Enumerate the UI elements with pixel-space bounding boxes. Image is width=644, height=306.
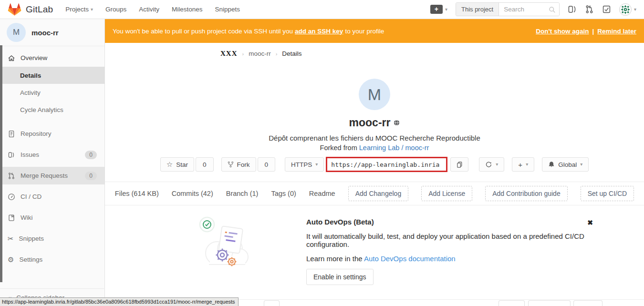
project-avatar-small: M — [7, 23, 26, 42]
plus-icon: + — [430, 5, 443, 14]
add-ssh-key-link[interactable]: add an SSH key — [295, 28, 343, 35]
sidebar-group-overview: Overview Details Activity Cycle Analytic… — [0, 49, 104, 118]
sidebar-item-issues[interactable]: Issues 0 — [0, 146, 104, 163]
chevron-down-icon: ▾ — [91, 7, 93, 12]
auto-devops-learn-more: Learn more in the Auto DevOps documentat… — [306, 255, 587, 263]
fork-count[interactable]: 0 — [258, 157, 276, 172]
nav-milestones[interactable]: Milestones — [172, 6, 203, 13]
gitlab-logo-text: GitLab — [26, 4, 53, 15]
sidebar-project-link[interactable]: M mooc-rr — [0, 19, 104, 46]
sidebar-item-settings[interactable]: ⚙ Settings — [0, 251, 104, 268]
clone-url-highlight — [326, 157, 447, 172]
notification-dropdown[interactable]: Global ▾ — [542, 157, 589, 172]
star-button[interactable]: ☆ Star — [160, 157, 194, 172]
download-dropdown[interactable]: ▾ — [479, 157, 504, 172]
sidebar-item-details[interactable]: Details — [0, 67, 104, 84]
document-icon — [8, 130, 15, 138]
readme-link[interactable]: Readme — [309, 190, 335, 197]
auto-devops-doc-link[interactable]: Auto DevOps documentation — [364, 255, 456, 263]
nav-groups[interactable]: Groups — [105, 6, 126, 13]
chevron-down-icon: ▾ — [634, 7, 636, 12]
project-stats-bar: Files (614 KB) Commits (42) Branch (1) T… — [105, 182, 644, 205]
fork-icon — [228, 161, 234, 168]
gitlab-logo[interactable]: GitLab — [8, 3, 53, 16]
issues-icon[interactable] — [568, 5, 577, 14]
sidebar-item-ci-cd[interactable]: CI / CD — [0, 188, 104, 205]
clone-url-input[interactable] — [327, 158, 446, 171]
sidebar-item-cycle-analytics[interactable]: Cycle Analytics — [0, 101, 104, 118]
top-navbar: GitLab Projects ▾ Groups Activity Milest… — [0, 0, 644, 19]
merge-requests-icon[interactable] — [585, 5, 594, 14]
commits-link[interactable]: Commits (42) — [172, 190, 213, 197]
user-menu[interactable]: ▾ — [619, 3, 636, 16]
branch-link[interactable]: Branch (1) — [226, 190, 259, 197]
ssh-banner-actions: Don't show again | Remind later — [536, 28, 636, 35]
chevron-right-icon: › — [242, 51, 244, 57]
add-dropdown[interactable]: + ▾ — [512, 157, 534, 172]
merge-requests-count-badge: 0 — [85, 172, 97, 180]
chevron-down-icon: ▾ — [445, 7, 447, 12]
sidebar-item-wiki[interactable]: Wiki — [0, 209, 104, 226]
files-link[interactable]: Files (614 KB) — [115, 190, 159, 197]
cutoff-button[interactable] — [528, 300, 571, 306]
tags-link[interactable]: Tags (0) — [271, 190, 296, 197]
breadcrumb-current-page: Details — [282, 50, 301, 57]
sidebar-nav: Overview Details Activity Cycle Analytic… — [0, 46, 104, 268]
merge-requests-icon — [8, 172, 15, 180]
project-actions: ☆ Star 0 Fork 0 HTTPS ▾ — [105, 157, 644, 172]
sidebar-item-overview[interactable]: Overview — [0, 49, 104, 67]
cutoff-button[interactable] — [573, 300, 602, 306]
breadcrumb-project[interactable]: mooc-rr — [249, 50, 271, 57]
main-nav: Projects ▾ Groups Activity Milestones Sn… — [65, 6, 240, 13]
scissors-icon: ✂ — [8, 235, 14, 243]
chevron-down-icon: ▾ — [315, 162, 318, 167]
setup-ci-cd-button[interactable]: Set up CI/CD — [581, 186, 634, 201]
search-scope-label[interactable]: This project — [456, 3, 499, 16]
add-contribution-guide-button[interactable]: Add Contribution guide — [485, 186, 567, 201]
issues-count-badge: 0 — [85, 151, 97, 159]
sidebar-project-name: mooc-rr — [31, 29, 59, 37]
plus-icon: + — [518, 161, 522, 169]
chevron-down-icon: ▾ — [496, 162, 498, 167]
search-field-wrap — [499, 3, 559, 16]
new-dropdown-button[interactable]: + ▾ — [430, 5, 447, 14]
auto-devops-title: Auto DevOps (Beta) — [306, 218, 587, 226]
clipboard-icon — [456, 161, 463, 168]
sidebar-scrollbar[interactable] — [0, 45, 2, 282]
sidebar-item-repository[interactable]: Repository — [0, 125, 104, 143]
cutoff-button[interactable] — [499, 300, 525, 306]
chevron-down-icon: ▾ — [580, 162, 582, 167]
protocol-dropdown[interactable]: HTTPS ▾ — [285, 157, 324, 172]
nav-activity[interactable]: Activity — [139, 6, 159, 13]
enable-in-settings-button[interactable]: Enable in settings — [306, 269, 374, 285]
todos-icon[interactable] — [602, 5, 611, 14]
dont-show-again-link[interactable]: Don't show again — [536, 28, 589, 35]
forked-from-line: Forked from Learning Lab / mooc-rr — [105, 144, 644, 152]
nav-projects[interactable]: Projects ▾ — [65, 6, 93, 13]
ssh-warning-banner: You won't be able to pull or push projec… — [105, 19, 644, 43]
star-count[interactable]: 0 — [196, 157, 214, 172]
globe-public-icon — [394, 120, 400, 126]
nav-snippets[interactable]: Snippets — [215, 6, 240, 13]
sidebar-item-activity[interactable]: Activity — [0, 84, 104, 101]
cutoff-button[interactable] — [264, 300, 280, 306]
chevron-down-icon: ▾ — [526, 162, 528, 167]
user-avatar — [619, 3, 632, 16]
copy-url-button[interactable] — [450, 157, 468, 172]
bell-icon — [548, 161, 555, 168]
fork-button[interactable]: Fork — [221, 157, 256, 172]
sidebar-item-snippets[interactable]: ✂ Snippets — [0, 230, 104, 247]
remind-later-link[interactable]: Remind later — [597, 28, 636, 35]
sidebar-item-merge-requests[interactable]: Merge Requests 0 — [0, 167, 104, 184]
download-icon — [485, 161, 492, 168]
gitlab-tanuki-icon — [8, 3, 21, 16]
add-changelog-button[interactable]: Add Changelog — [348, 186, 409, 201]
forked-from-link[interactable]: Learning Lab / mooc-rr — [359, 144, 429, 152]
link-status-bar: https://app-learninglab.inria.fr/gitlab/… — [0, 297, 239, 306]
breadcrumb-user[interactable]: XXX — [220, 50, 238, 58]
auto-devops-illustration — [196, 214, 254, 270]
close-icon[interactable]: ✖ — [587, 219, 593, 285]
auto-devops-content: Auto DevOps (Beta) It will automatically… — [306, 214, 587, 285]
add-license-button[interactable]: Add License — [421, 186, 472, 201]
book-icon — [8, 214, 15, 222]
